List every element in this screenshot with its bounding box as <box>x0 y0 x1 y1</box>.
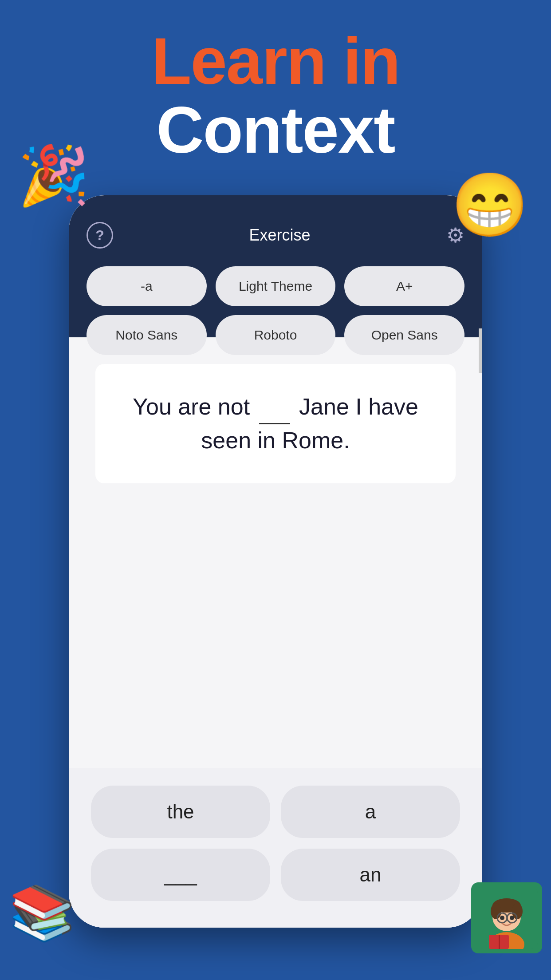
title-line1: Learn in <box>0 27 551 95</box>
sentence-before-blank: You are not <box>133 394 250 419</box>
exercise-sentence: You are not Jane I have seen in Rome. <box>118 391 433 457</box>
phone-side-button <box>479 328 482 373</box>
svg-point-4 <box>491 903 501 919</box>
teacher-avatar <box>471 882 542 953</box>
answer-btn-a[interactable]: a <box>281 786 460 838</box>
toolbar-row-1: -a Light Theme A+ <box>87 266 464 306</box>
page-header: Learn in Context <box>0 0 551 165</box>
svg-point-9 <box>500 916 504 920</box>
sentence-display: You are not Jane I have seen in Rome. <box>95 364 456 483</box>
svg-point-10 <box>510 916 514 920</box>
phone-content-area: You are not Jane I have seen in Rome. th… <box>69 337 482 928</box>
toolbar-btn-minus-a[interactable]: -a <box>87 266 207 306</box>
confetti-decoration: 🎉 <box>18 142 90 209</box>
svg-rect-12 <box>499 935 500 949</box>
answer-btn-blank[interactable]: ___ <box>91 849 270 901</box>
phone-mockup: ? Exercise ⚙ -a Light Theme A+ Noto Sans… <box>69 195 482 928</box>
answer-btn-an[interactable]: an <box>281 849 460 901</box>
toolbar-btn-font-size[interactable]: A+ <box>344 266 464 306</box>
answer-grid: the a ___ an <box>91 786 460 901</box>
happy-face-decoration: 😁 <box>451 169 529 242</box>
answer-btn-the[interactable]: the <box>91 786 270 838</box>
toolbar-btn-light-theme[interactable]: Light Theme <box>216 266 336 306</box>
toolbar-btn-noto-sans[interactable]: Noto Sans <box>87 315 207 355</box>
toolbar-btn-open-sans[interactable]: Open Sans <box>344 315 464 355</box>
toolbar-row-2: Noto Sans Roboto Open Sans <box>87 315 464 355</box>
books-decoration: 📚 <box>9 882 75 944</box>
phone-top-bar: ? Exercise ⚙ -a Light Theme A+ Noto Sans… <box>69 195 482 337</box>
help-icon[interactable]: ? <box>87 222 113 249</box>
exercise-title: Exercise <box>249 226 310 245</box>
exercise-header: ? Exercise ⚙ <box>87 222 464 249</box>
answer-choices-area: the a ___ an <box>69 768 482 928</box>
toolbar-btn-roboto[interactable]: Roboto <box>216 315 336 355</box>
sentence-blank <box>259 391 290 424</box>
